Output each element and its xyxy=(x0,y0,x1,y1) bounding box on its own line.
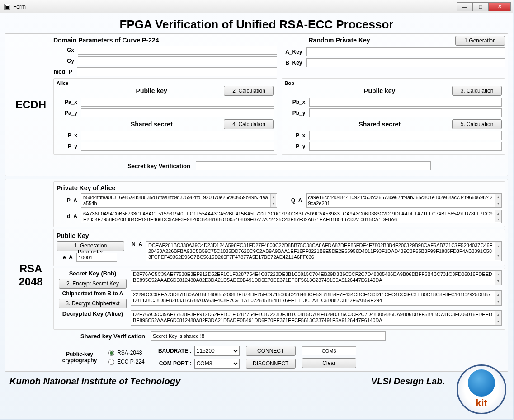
spin-arrows-icon[interactable]: ▴▾ xyxy=(495,194,501,207)
spin-arrows-icon[interactable]: ▴▾ xyxy=(495,271,501,285)
calc4-button[interactable]: 4. Calculation xyxy=(224,119,274,129)
minimize-button[interactable]: — xyxy=(457,2,473,11)
cipher-label: Chiphertext from B to A xyxy=(62,290,123,297)
rsa-panel: RSA 2048 Private Key of Alice P_A b5ad4f… xyxy=(5,179,508,372)
skb-label: Secret Key (Bob) xyxy=(69,270,117,277)
bottom-controls: Public-key cryptography RSA-2048 ECC P-2… xyxy=(53,342,505,369)
comport-label: COM PORT : xyxy=(151,360,192,367)
ecdh-panel: ECDH Domain Parameters of Curve P-224 Gx… xyxy=(5,33,508,176)
ea-input[interactable] xyxy=(76,253,117,262)
baudrate-select[interactable]: 115200 xyxy=(194,346,240,356)
px2-input[interactable] xyxy=(309,131,502,140)
pka-head: Private Key of Alice xyxy=(57,184,502,191)
na-value: DCEAF281BC330A39C4D23D124A596EC31FD27F48… xyxy=(148,243,492,260)
close-button[interactable]: ✕ xyxy=(488,2,511,11)
gx-input[interactable] xyxy=(78,46,277,55)
py2-input[interactable] xyxy=(309,142,502,151)
page-title: FPGA Verification of Unified RSA-ECC Pro… xyxy=(5,15,508,33)
footer: Kumoh National Institute of Technology V… xyxy=(5,374,508,387)
comport-select[interactable]: COM3 xyxy=(194,359,240,369)
alice-shared-label: Shared secret xyxy=(131,121,173,128)
ecdh-label: ECDH xyxy=(8,36,53,174)
akey-input[interactable] xyxy=(306,47,505,56)
com-display[interactable] xyxy=(302,346,356,355)
bkey-label: B_Key xyxy=(282,60,304,66)
pa-textarea[interactable]: b5ad4fdfea08316e85a4b88835d1dfaa8fc9d375… xyxy=(81,193,277,208)
logo-drop-icon xyxy=(468,369,495,397)
gx-label: Gx xyxy=(53,47,76,53)
rpk-head: Random Private Key xyxy=(309,37,370,44)
skb-textarea[interactable]: D2F76AC5C39AE77538E3EF912D52EF1C1F028775… xyxy=(131,270,502,285)
maximize-button[interactable]: □ xyxy=(472,2,489,11)
connect-button[interactable]: CONNECT xyxy=(246,346,296,356)
alice-pubkey-label: Public key xyxy=(136,87,167,94)
px1-input[interactable] xyxy=(81,131,274,140)
decrypt-button[interactable]: 3. Decrypt Chiphertext xyxy=(59,299,127,308)
pa-value: b5ad4fdfea08316e85a4b88835d1dfaa8fc9d375… xyxy=(83,195,268,206)
da-textarea[interactable]: 6A736E0A94C0B56733CFA8ACF515961940EEC1F5… xyxy=(81,210,502,223)
calc3-button[interactable]: 3. Calculation xyxy=(452,86,502,96)
bkey-input[interactable] xyxy=(306,58,505,67)
calc2-button[interactable]: 2. Calculation xyxy=(224,86,274,96)
skv-label: Secret key Verification xyxy=(127,163,190,169)
spin-arrows-icon[interactable]: ▴▾ xyxy=(270,194,276,207)
spin-arrows-icon[interactable]: ▴▾ xyxy=(495,210,501,222)
radio-icon xyxy=(108,350,114,356)
sv-label: Shared key Verification xyxy=(80,333,145,340)
spin-arrows-icon[interactable]: ▴▾ xyxy=(495,242,501,260)
mod-input[interactable] xyxy=(77,67,277,76)
da-label: d_A xyxy=(57,213,79,219)
disconnect-button[interactable]: DISCONNECT xyxy=(246,359,296,369)
py1-input[interactable] xyxy=(81,142,274,151)
pubkey-head: Public Key xyxy=(57,232,502,239)
na-textarea[interactable]: DCEAF281BC330A39C4D23D124A596EC31FD27F48… xyxy=(146,241,502,261)
pax-label: Pa_x xyxy=(57,99,79,105)
calc5-button[interactable]: 5. Calculation xyxy=(452,119,502,129)
radio-ecc[interactable]: ECC P-224 xyxy=(108,359,145,365)
alice-label: Alice xyxy=(57,80,274,86)
pby-input[interactable] xyxy=(309,108,502,117)
pay-label: Pa_y xyxy=(57,110,79,116)
domain-params-head: Domain Parameters of Curve P-224 xyxy=(53,37,277,44)
spin-arrows-icon[interactable]: ▴▾ xyxy=(495,291,501,305)
rsa-side-label: RSA 2048 xyxy=(8,181,53,369)
ea-label: e_A xyxy=(57,254,75,261)
gen-param-button[interactable]: 1. Generation Parameter xyxy=(57,241,124,251)
pbx-input[interactable] xyxy=(309,98,502,107)
radio-rsa[interactable]: RSA-2048 xyxy=(108,350,145,356)
gy-label: Gy xyxy=(53,58,76,64)
py1-label: P_y xyxy=(57,143,79,149)
decrypted-value: D2F76AC5C39AE77538E3EF912D52EF1C1F028775… xyxy=(133,312,492,323)
bob-pubkey-label: Public key xyxy=(364,87,395,94)
titlebar: ▣ Form — □ ✕ xyxy=(0,0,513,13)
sv-input[interactable] xyxy=(151,331,386,341)
generation-button[interactable]: 1.Generation xyxy=(455,36,505,46)
px2-label: P_x xyxy=(285,132,307,139)
decrypted-textarea[interactable]: D2F76AC5C39AE77538E3EF912D52EF1C1F028775… xyxy=(131,310,502,326)
pax-input[interactable] xyxy=(81,98,274,107)
qa-value: ca9e16cc440484410921c50bc26673ce67df4ab3… xyxy=(308,195,493,206)
clear-button[interactable]: Clear xyxy=(302,358,356,368)
px1-label: P_x xyxy=(57,132,79,139)
skv-input[interactable] xyxy=(196,161,431,170)
baud-label: BAUDRATE : xyxy=(151,348,192,354)
bob-shared-label: Shared secret xyxy=(358,121,401,128)
logo-text: kit xyxy=(476,397,487,409)
qa-textarea[interactable]: ca9e16cc440484410921c50bc26673ce67df4ab3… xyxy=(306,193,502,208)
spin-arrows-icon[interactable]: ▴▾ xyxy=(495,311,501,325)
radio-ecc-label: ECC P-224 xyxy=(117,359,145,365)
app-icon: ▣ xyxy=(4,4,10,10)
cipher-textarea[interactable]: 2229DCC9EEA73D87BB0AABB61606552006BFB74D… xyxy=(131,290,502,306)
pby-label: Pb_y xyxy=(285,110,307,116)
radio-icon xyxy=(108,359,114,365)
encrypt-button[interactable]: 2. Encrypt Secret Key xyxy=(59,279,127,289)
skb-value: D2F76AC5C39AE77538E3EF912D52EF1C1F028775… xyxy=(133,271,492,283)
gy-input[interactable] xyxy=(78,56,277,65)
qa-label: Q_A xyxy=(282,197,304,204)
app-window: ▣ Form — □ ✕ FPGA Verification of Unifie… xyxy=(0,0,513,419)
py2-label: P_y xyxy=(285,143,307,149)
p-label: P xyxy=(69,69,75,75)
decrypted-label: Decrypted Key (Alice) xyxy=(57,310,129,317)
pay-input[interactable] xyxy=(81,108,274,117)
pk-crypto-label: Public-key cryptography xyxy=(57,351,102,364)
